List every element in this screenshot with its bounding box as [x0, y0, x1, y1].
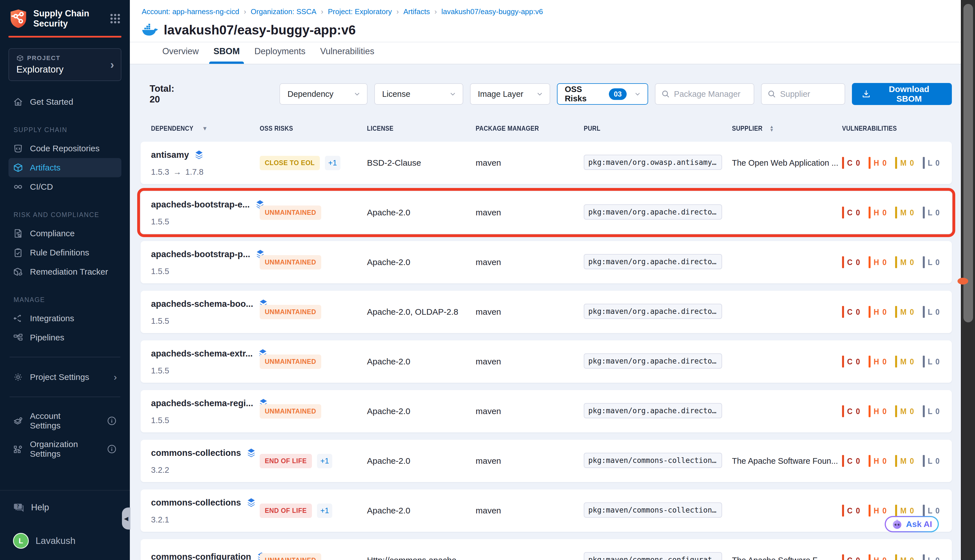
dependency-filter-dropdown[interactable]: Dependency — [280, 83, 367, 105]
purl-pill[interactable]: pkg:maven/org.apache.directory.s... — [584, 403, 722, 418]
sidebar-item-label: Code Repositories — [30, 144, 100, 153]
sidebar-item-remediation-tracker[interactable]: Remediation Tracker — [8, 262, 122, 282]
tab-sbom[interactable]: SBOM — [213, 46, 240, 64]
purl-pill[interactable]: pkg:maven/commons-configuration/c... — [584, 552, 722, 560]
dependency-name: apacheds-schema-boo... — [151, 299, 253, 309]
oss-risks-filter-dropdown[interactable]: OSS Risks 03 — [557, 83, 648, 105]
vuln-count-c: C0 — [842, 306, 860, 318]
sidebar-item-integrations[interactable]: Integrations — [8, 309, 122, 328]
purl-pill[interactable]: pkg:maven/org.apache.directory.s... — [584, 204, 722, 220]
table-row[interactable]: apacheds-bootstrap-p... 1.5.5 UNMAINTAIN… — [140, 241, 952, 283]
sidebar-item-pipelines[interactable]: Pipelines — [8, 328, 122, 347]
sidebar-collapse-handle[interactable]: ◀ — [122, 508, 130, 530]
sidebar-item-label: Project Settings — [30, 372, 89, 382]
table-row[interactable]: commons-collections 3.2.2 END OF LIFE+1 … — [140, 440, 952, 482]
vuln-count-c: C0 — [842, 256, 860, 268]
package-manager-search-input[interactable] — [674, 90, 748, 99]
dependency-name: apacheds-schema-regi... — [151, 398, 253, 408]
clipboard-check-icon — [13, 248, 23, 258]
purl-pill[interactable]: pkg:maven/commons-collections/co... — [584, 453, 722, 468]
column-supplier[interactable]: SUPPLIER▲▼ — [732, 125, 842, 132]
dependency-name: commons-configuration — [151, 552, 251, 560]
scrollbar-thumb[interactable] — [963, 4, 973, 322]
supplier-cell: The Open Web Application ... — [732, 158, 842, 168]
dropdown-label: License — [382, 90, 410, 99]
vuln-count-h: H0 — [868, 405, 887, 417]
sidebar-item-compliance[interactable]: Compliance — [8, 224, 122, 243]
tab-overview[interactable]: Overview — [162, 46, 199, 64]
layers-icon — [246, 497, 257, 508]
sidebar-item-code-repositories[interactable]: Code Repositories — [8, 139, 122, 158]
table-row[interactable]: commons-configuration UNMAINTAINED Http:… — [140, 539, 952, 560]
ask-ai-button[interactable]: Ask AI — [885, 516, 939, 532]
purl-cell: pkg:maven/org.apache.directory.s... — [584, 204, 732, 221]
purl-pill[interactable]: pkg:maven/org.apache.directory.s... — [584, 304, 722, 319]
risk-badge: CLOSE TO EOL — [260, 156, 320, 170]
brand-accent-divider — [8, 36, 122, 38]
table-row[interactable]: apacheds-schema-extr... 1.5.5 UNMAINTAIN… — [140, 340, 952, 383]
column-license: LICENSE — [367, 125, 476, 132]
sidebar-item-project-settings[interactable]: Project Settings› — [8, 367, 122, 387]
sidebar-item-organization-settings[interactable]: Organization Settings — [8, 435, 122, 463]
sort-updown-icon: ▲▼ — [770, 125, 774, 132]
license-cell: Apache-2.0 — [367, 208, 476, 217]
breadcrumb-link[interactable]: lavakush07/easy-buggy-app:v6 — [442, 7, 543, 16]
more-risks-link[interactable]: +1 — [317, 454, 333, 468]
sidebar-item-account-settings[interactable]: Account Settings — [8, 407, 122, 435]
supplier-search-input[interactable] — [780, 90, 839, 99]
breadcrumb-link[interactable]: Artifacts — [403, 7, 430, 16]
breadcrumb-link[interactable]: Organization: SSCA — [251, 7, 317, 16]
license-cell: Http://commons.apache.or... — [367, 555, 476, 560]
download-sbom-button[interactable]: Download SBOM — [852, 83, 952, 105]
vuln-count-l: L0 — [923, 157, 940, 169]
dependency-version: 1.5.5 — [151, 366, 260, 375]
vuln-count-l: L0 — [923, 207, 940, 218]
sidebar-item-artifacts[interactable]: Artifacts — [8, 158, 122, 177]
tab-vulnerabilities[interactable]: Vulnerabilities — [320, 46, 374, 64]
purl-pill[interactable]: pkg:maven/org.apache.directory.s... — [584, 254, 722, 269]
supplier-cell: The Apache Software F... — [732, 556, 842, 560]
purl-pill[interactable]: pkg:maven/org.apache.directory.s... — [584, 353, 722, 368]
table-row[interactable]: antisamy 1.5.3→1.7.8 CLOSE TO EOL+1 BSD-… — [140, 142, 952, 184]
project-selector[interactable]: PROJECT Exploratory › — [8, 48, 122, 81]
sidebar-item-label: CI/CD — [30, 182, 53, 192]
dependency-cell: apacheds-schema-boo... 1.5.5 — [151, 298, 260, 326]
user-menu[interactable]: L Lavakush — [13, 533, 117, 549]
license-cell: Apache-2.0 — [367, 257, 476, 267]
vuln-count-h: H0 — [868, 157, 887, 169]
vuln-count-h: H0 — [868, 554, 887, 560]
more-risks-link[interactable]: +1 — [317, 503, 333, 518]
oss-risks-cell: END OF LIFE+1 — [260, 503, 367, 518]
vuln-count-h: H0 — [868, 207, 887, 218]
dropdown-label: Image Layer — [478, 90, 523, 99]
breadcrumb-link[interactable]: Project: Exploratory — [328, 7, 392, 16]
chevron-right-icon: › — [114, 372, 117, 382]
table-row[interactable]: apacheds-schema-boo... 1.5.5 UNMAINTAINE… — [140, 291, 952, 333]
sidebar-item-ci-cd[interactable]: CI/CD — [8, 177, 122, 197]
sidebar-item-label: Integrations — [30, 313, 74, 323]
dependency-version: 1.5.5 — [151, 317, 260, 326]
vulnerabilities-cell: C0H0M0L0 — [842, 405, 952, 417]
table-row[interactable]: commons-collections 3.2.1 END OF LIFE+1 … — [140, 490, 952, 532]
sidebar-item-get-started[interactable]: Get Started — [8, 92, 122, 112]
sidebar-item-rule-definitions[interactable]: Rule Definitions — [8, 243, 122, 262]
help-button[interactable]: Help — [13, 502, 117, 513]
column-dependency[interactable]: DEPENDENCY▼ — [151, 125, 260, 132]
dependency-version: 1.5.5 — [151, 416, 260, 425]
tab-deployments[interactable]: Deployments — [254, 46, 305, 64]
package-manager-cell: maven — [476, 456, 584, 466]
breadcrumb-link[interactable]: Account: app-harness-ng-cicd — [142, 7, 239, 16]
risk-badge: UNMAINTAINED — [260, 355, 321, 369]
purl-pill[interactable]: pkg:maven/commons-collections/co... — [584, 502, 722, 518]
license-filter-dropdown[interactable]: License — [374, 83, 463, 105]
table-row[interactable]: apacheds-schema-regi... 1.5.5 UNMAINTAIN… — [140, 390, 952, 432]
image-layer-filter-dropdown[interactable]: Image Layer — [470, 83, 550, 105]
purl-pill[interactable]: pkg:maven/org.owasp.antisamy/ant... — [584, 155, 722, 170]
module-grid-icon[interactable] — [109, 12, 122, 25]
module-title: Supply Chain Security — [33, 8, 103, 28]
package-manager-cell: maven — [476, 158, 584, 168]
sidebar-item-label: Compliance — [30, 228, 75, 238]
table-row[interactable]: apacheds-bootstrap-e... 1.5.5 UNMAINTAIN… — [140, 192, 952, 234]
dependency-cell: commons-collections 3.2.1 — [151, 497, 260, 525]
more-risks-link[interactable]: +1 — [325, 156, 340, 170]
